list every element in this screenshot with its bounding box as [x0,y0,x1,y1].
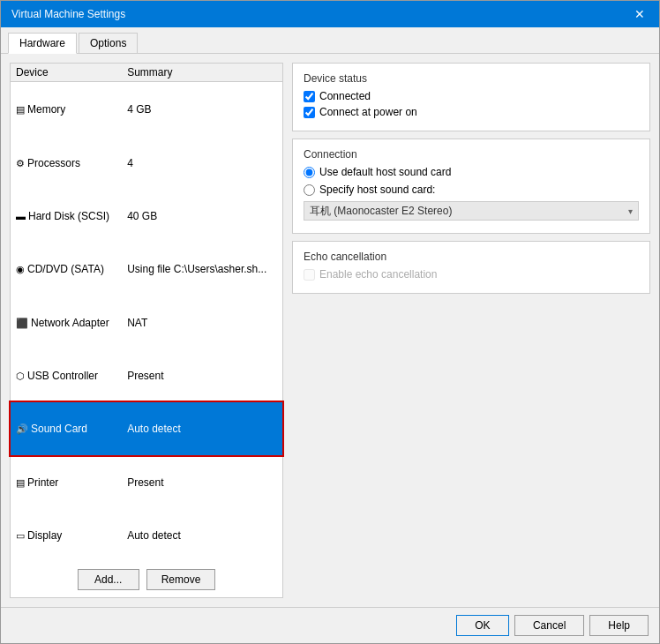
device-name: Printer [27,476,58,489]
device-status-label: Device status [304,72,639,85]
summary-cell: Auto detect [122,402,282,455]
device-panel: Device Summary ▤Memory4 GB⚙Processors4▬H… [10,63,283,598]
table-row[interactable]: ▭DisplayAuto detect [11,509,282,562]
cancel-button[interactable]: Cancel [514,615,584,636]
help-button[interactable]: Help [589,615,649,636]
device-cell: ▭Display [11,509,122,562]
memory-icon: ▤ [16,104,25,115]
sound-card-value: 耳机 (Maonocaster E2 Stereo) [310,204,452,219]
table-row[interactable]: ◉CD/DVD (SATA)Using file C:\Users\asher.… [11,243,282,296]
use-default-label: Use default host sound card [319,166,451,178]
connect-power-row: Connect at power on [304,106,639,118]
device-cell: ⬡USB Controller [11,349,122,402]
echo-label: Enable echo cancellation [319,268,437,281]
summary-cell: 4 GB [122,82,282,137]
use-default-radio[interactable] [304,167,315,178]
table-row[interactable]: ▬Hard Disk (SCSI)40 GB [11,190,282,243]
device-name: CD/DVD (SATA) [27,263,104,275]
processor-icon: ⚙ [16,158,25,168]
use-default-row: Use default host sound card [304,166,639,178]
tab-bar: Hardware Options [1,27,659,54]
specify-host-row: Specify host sound card: [304,183,639,196]
col-device: Device [11,64,122,82]
device-name: Hard Disk (SCSI) [28,210,109,222]
device-cell: ▤Memory [11,82,122,137]
connect-power-label: Connect at power on [319,106,417,118]
connected-row: Connected [304,90,639,102]
display-icon: ▭ [16,530,25,541]
summary-cell: 4 [122,136,282,189]
table-header: Device Summary [11,64,282,82]
specify-host-label: Specify host sound card: [319,183,435,196]
chevron-down-icon: ▾ [628,206,633,216]
table-row[interactable]: ⚙Processors4 [11,136,282,189]
connect-power-checkbox[interactable] [304,107,315,118]
specify-host-radio[interactable] [304,184,315,196]
device-cell: ⚙Processors [11,136,122,189]
summary-cell: Present [122,349,282,402]
table-row[interactable]: ▤Memory4 GB [11,82,282,137]
summary-cell: 40 GB [122,190,282,243]
footer-buttons: OK Cancel Help [1,607,659,643]
summary-cell: NAT [122,296,282,348]
echo-section-label: Echo cancellation [304,251,639,263]
device-cell: ⬛Network Adapter [11,296,122,348]
ok-button[interactable]: OK [456,615,509,636]
table-row[interactable]: ⬛Network AdapterNAT [11,296,282,348]
right-panel: Device status Connected Connect at power… [292,63,650,598]
device-name: Processors [27,157,80,169]
summary-cell: Using file C:\Users\asher.sh... [122,243,282,296]
device-name: Display [27,529,62,542]
virtual-machine-settings-window: Virtual Machine Settings ✕ Hardware Opti… [0,0,660,644]
device-name: Network Adapter [31,317,109,329]
harddisk-icon: ▬ [16,211,26,221]
device-cell: ◉CD/DVD (SATA) [11,243,122,296]
device-name: USB Controller [27,370,98,382]
main-content: Device Summary ▤Memory4 GB⚙Processors4▬H… [1,54,659,607]
table-row[interactable]: 🔊Sound CardAuto detect [11,402,282,455]
device-name: Memory [27,103,65,116]
tab-options[interactable]: Options [79,33,138,53]
echo-section: Echo cancellation Enable echo cancellati… [292,241,650,294]
sound-card-dropdown[interactable]: 耳机 (Maonocaster E2 Stereo) ▾ [304,201,639,221]
sound-card-dropdown-row: 耳机 (Maonocaster E2 Stereo) ▾ [304,201,639,221]
title-bar: Virtual Machine Settings ✕ [1,1,659,27]
echo-row: Enable echo cancellation [304,268,639,281]
device-status-section: Device status Connected Connect at power… [292,63,650,131]
network-icon: ⬛ [16,318,28,328]
device-table: Device Summary ▤Memory4 GB⚙Processors4▬H… [11,64,282,562]
add-button[interactable]: Add... [78,569,139,590]
window-title: Virtual Machine Settings [11,8,125,20]
summary-cell: Present [122,455,282,508]
dvd-icon: ◉ [16,264,25,274]
device-buttons: Add... Remove [11,562,282,597]
device-cell: ▬Hard Disk (SCSI) [11,190,122,243]
table-row[interactable]: ▤PrinterPresent [11,455,282,508]
table-row[interactable]: ⬡USB ControllerPresent [11,349,282,402]
connected-checkbox[interactable] [304,91,315,102]
connection-section: Connection Use default host sound card S… [292,139,650,234]
col-summary: Summary [122,64,282,82]
summary-cell: Auto detect [122,509,282,562]
device-cell: ▤Printer [11,455,122,508]
usb-icon: ⬡ [16,371,25,381]
printer-icon: ▤ [16,477,25,488]
sound-icon: 🔊 [16,423,28,434]
device-name: Sound Card [31,423,87,435]
remove-button[interactable]: Remove [146,569,216,590]
device-cell: 🔊Sound Card [11,402,122,455]
connection-label: Connection [304,148,639,161]
connected-label: Connected [319,90,371,102]
echo-checkbox[interactable] [304,269,315,281]
close-button[interactable]: ✕ [631,7,649,21]
tab-hardware[interactable]: Hardware [8,33,77,54]
